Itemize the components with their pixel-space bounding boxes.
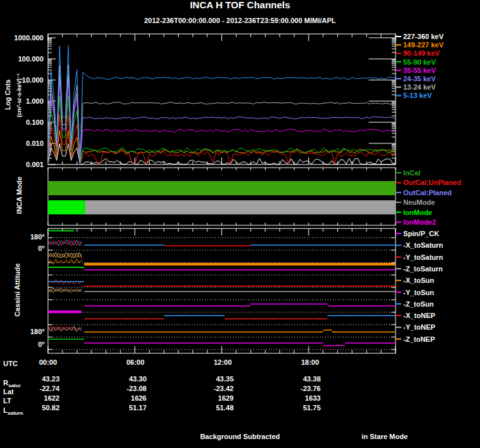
attitude-legend-item--Y-toSun: -Y_toSun [403, 289, 434, 296]
ytick-label-0.100: 0.100 [0, 118, 44, 126]
legend-item-90-149-keV: 90-149 keV [403, 49, 440, 57]
legend-item-55-90-keV: 55-90 keV [403, 58, 436, 66]
legend-item-13-24-keV: 13-24 keV [403, 83, 436, 91]
mode-legend-item-NeuMode: NeuMode [403, 198, 435, 206]
series-24-35-keV [48, 75, 396, 164]
attitude-legend-item-Spin-P-CK: Spin/P_CK [403, 230, 439, 237]
table-cell: -23.08 [102, 385, 147, 392]
attitude-panel-label: Cassini Attitude [13, 242, 21, 338]
row-label-text: L [3, 406, 8, 414]
table-row-label-Lat: Lat [3, 388, 14, 396]
table-cell: 43.38 [276, 375, 321, 383]
attitude-legend-item--Y-toNEP: -Y_toNEP [403, 323, 435, 331]
table-row-label-LT: LT [3, 397, 12, 404]
attitude-calib-trace [48, 259, 82, 264]
mode-bar-segment [48, 181, 396, 195]
mode-legend-item-InCal: InCal [403, 169, 420, 177]
utc-axis-label: UTC [3, 360, 18, 367]
legend-item-149-227-keV: 149-227 keV [403, 41, 444, 49]
log-axis-ticks [48, 38, 396, 164]
attitude-legend-item--Z-toSaturn: -Z_toSaturn [403, 265, 443, 273]
row-label-text: LT [3, 397, 12, 404]
utc-tick-18-00: 18:00 [296, 358, 325, 366]
row-label-text: Lat [3, 388, 14, 396]
legend-item-35-55-keV: 35-55 keV [403, 67, 436, 74]
table-cell: 43.30 [102, 375, 147, 383]
attitude-legend-item--X-toSun: -X_toSun [403, 276, 434, 284]
mode-bar-segment [48, 200, 85, 214]
row-label-text: R [3, 379, 8, 387]
plot-canvas: INCA H TOF Channels 2012-236T00:00:00.00… [0, 0, 480, 448]
mode-bars [48, 181, 396, 214]
utc-tick-12-00: 12:00 [208, 358, 237, 366]
ytick-label-1000.000: 1000.000 [0, 34, 44, 42]
ytick-label-100.000: 100.000 [0, 55, 44, 63]
mode-legend-item-OutCal-Planed: OutCal:Planed [403, 189, 452, 196]
table-cell: 51.75 [276, 404, 321, 412]
ytick-label-1.000: 1.000 [0, 97, 44, 105]
mode-legend-item-OutCal-UnPlaned: OutCal:UnPlaned [403, 179, 461, 186]
legend-item-227-360-keV: 227-360 keV [403, 33, 444, 40]
mode-bar-segment [85, 200, 396, 214]
attitude-grid [48, 238, 396, 350]
series-35-55-keV [48, 80, 396, 164]
attitude-ytick-label: 180° [0, 328, 45, 335]
attitude-legend-item--Y-toSaturn: -Y_toSaturn [403, 253, 443, 261]
attitude-ytick-label: 0° [0, 244, 45, 252]
series-90-149-keV [48, 115, 396, 164]
table-cell: 1626 [102, 394, 147, 402]
legend-item-24-35-keV: 24-35 keV [403, 75, 436, 83]
table-cell: 51.48 [189, 404, 234, 412]
ytick-label-10.000: 10.000 [0, 76, 44, 84]
utc-tick-06-00: 06:00 [121, 358, 150, 366]
attitude-legend-item--X-toSaturn: -X_toSaturn [403, 241, 443, 249]
table-cell: -22.74 [15, 385, 60, 392]
legend-ticks [396, 36, 401, 339]
attitude-series [48, 231, 396, 346]
table-cell: 43.35 [189, 375, 234, 383]
attitude-legend-item--Z-toNEP: -Z_toNEP [403, 335, 435, 343]
footer-left-note: Background Subtracted [166, 433, 314, 440]
table-cell: 50.82 [15, 404, 60, 412]
ytick-label-0.001: 0.001 [0, 161, 44, 168]
footer-right-note: in Stare Mode [346, 433, 423, 440]
attitude-ytick-label: 0° [0, 340, 45, 348]
legend-item-5-13-keV: 5-13 keV [403, 92, 432, 99]
table-cell: 51.17 [102, 404, 147, 412]
mode-legend-item-IonMode: IonMode [403, 209, 432, 216]
mode-legend-item-IonMode2: IonMode2 [403, 218, 436, 226]
page-title: INCA H TOF Channels [0, 0, 480, 10]
table-cell: -23.76 [276, 385, 321, 392]
subtitle: 2012-236T00:00:00.000 - 2012-236T23:59:0… [0, 17, 480, 24]
tof-series [48, 46, 396, 164]
table-cell: 1629 [189, 394, 234, 402]
attitude-ytick-label: 180° [0, 233, 45, 241]
table-cell: -23.42 [189, 385, 234, 392]
utc-tick-00-00: 00:00 [33, 358, 63, 366]
ytick-label-0.010: 0.010 [0, 140, 44, 147]
attitude-legend-item--Z-toSun: -Z_toSun [403, 300, 434, 308]
table-cell: 1633 [276, 394, 321, 402]
series-5-13-keV [48, 46, 396, 164]
attitude-legend-item--X-toNEP: -X_toNEP [403, 312, 435, 319]
table-cell: 1622 [15, 394, 60, 402]
table-cell: 43.23 [15, 375, 60, 383]
